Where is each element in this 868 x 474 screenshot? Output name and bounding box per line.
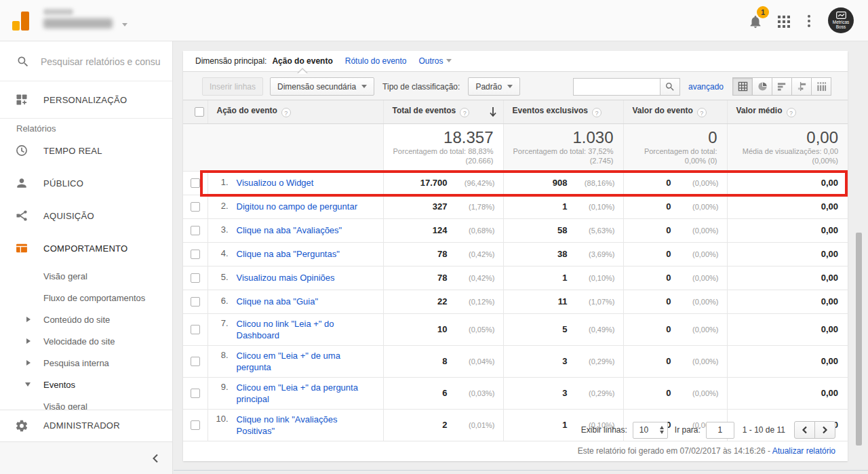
table-row[interactable]: 8. Clicou em "Leia +" de uma pergunta 8(… [183,345,848,377]
sidebar-search-input[interactable] [41,54,163,70]
personalization-icon [15,93,28,106]
goto-page-input[interactable] [706,422,734,439]
next-page-button[interactable] [814,421,835,439]
table-row[interactable]: 2. Digitou no campo de perguntar 327(1,7… [183,195,848,218]
sidebar-item-acquisition[interactable]: AQUISIÇÃO [0,199,172,232]
tab-others[interactable]: Outros [418,56,451,66]
help-icon[interactable]: ? [460,108,469,117]
avatar[interactable]: Metricas Boss [828,7,854,33]
event-action-link[interactable]: Clique na aba "Avaliações" [237,224,342,236]
rows-per-page-select[interactable]: 10 [633,422,668,439]
sidebar-item-realtime[interactable]: TEMPO REAL [0,134,172,167]
column-header-event-value[interactable]: Valor do evento? [623,100,727,123]
table-row[interactable]: 1. Visualizou o Widget 17.700(96,42%) 90… [183,171,848,195]
event-value-pct: (0,00%) [671,357,719,366]
event-action-link[interactable]: Digitou no campo de perguntar [237,201,358,212]
sidebar-subitem-events[interactable]: Eventos [0,374,172,395]
total-events-value: 22 [388,296,448,307]
event-action-link[interactable]: Clicou em "Leia +" da pergunta principal [237,382,378,405]
table-row[interactable]: 3. Clique na aba "Avaliações" 124(0,68%)… [183,218,848,242]
view-percentage-button[interactable] [752,77,772,96]
sidebar-item-label: TEMPO REAL [43,146,102,156]
column-header-total-events[interactable]: Total de eventos? [383,100,503,123]
notification-badge[interactable]: 1 [757,6,769,18]
sidebar-item-audience[interactable]: PÚBLICO [0,167,172,199]
comparison-icon [797,81,807,92]
row-checkbox[interactable] [191,389,200,398]
row-checkbox[interactable] [191,226,200,235]
sidebar-subitem-behavior-flow[interactable]: Fluxo de comportamentos [0,287,172,309]
table-search-button[interactable] [660,78,680,96]
summary-row: 18.357 Porcentagem do total: 88,83% (20.… [183,123,848,171]
select-all-checkbox[interactable] [195,107,204,117]
help-icon[interactable]: ? [697,108,707,117]
event-action-link[interactable]: Clique no link "Avaliações Positivas" [237,414,378,437]
chevron-left-icon [152,454,159,463]
row-index: 5. [208,272,229,282]
table-row[interactable]: 5. Visualizou mais Opiniões 78(0,42%) 1(… [183,266,848,290]
view-comparison-button[interactable] [791,77,812,96]
row-checkbox[interactable] [191,420,200,430]
row-checkbox[interactable] [191,357,200,366]
row-checkbox[interactable] [191,297,200,307]
row-checkbox[interactable] [191,178,200,188]
row-index: 9. [208,382,229,392]
property-name-blurred[interactable] [43,18,113,28]
event-action-link[interactable]: Visualizou mais Opiniões [237,272,335,283]
row-checkbox[interactable] [191,325,200,334]
google-apps-icon[interactable] [778,16,790,31]
event-action-link[interactable]: Visualizou o Widget [237,177,314,189]
more-options-kebab-icon[interactable] [807,14,811,31]
help-icon[interactable]: ? [787,108,796,117]
row-checkbox[interactable] [191,202,200,212]
event-action-link[interactable]: Clique na aba "Guia" [237,296,319,307]
acquisition-icon [15,209,28,222]
table-row[interactable]: 6. Clique na aba "Guia" 22(0,12%) 11(1,0… [183,290,848,313]
pivot-icon [816,81,827,92]
total-events-pct: (0,04%) [448,357,495,366]
account-caret-icon[interactable] [122,23,127,29]
sidebar-item-personalization[interactable]: PERSONALIZAÇÃO [0,81,172,119]
avg-value: 0,00 [727,290,848,313]
tab-event-action[interactable]: Ação do evento [272,56,332,66]
event-action-link[interactable]: Clique na aba "Perguntas" [237,248,340,260]
unique-events-pct: (88,16%) [568,179,615,187]
help-icon[interactable]: ? [281,108,291,117]
tab-event-label[interactable]: Rótulo do evento [345,56,407,66]
insert-rows-button[interactable]: Inserir linhas [202,77,263,96]
event-action-link[interactable]: Clicou em "Leia +" de uma pergunta [237,350,378,373]
sidebar-subitem-overview[interactable]: Visão geral [0,265,172,287]
event-value: 0 [628,178,671,188]
table-row[interactable]: 9. Clicou em "Leia +" da pergunta princi… [183,377,848,409]
advanced-link[interactable]: avançado [688,82,724,92]
table-row[interactable]: 7. Clicou no link "Leia +" do Dashboard … [183,313,848,345]
row-checkbox[interactable] [191,250,200,259]
help-icon[interactable]: ? [592,108,601,117]
table-search-input[interactable] [573,78,660,96]
sidebar-subitem-events-overview[interactable]: Visão geral [0,395,172,410]
sidebar-item-behavior[interactable]: COMPORTAMENTO [0,232,172,264]
table-row[interactable]: 4. Clique na aba "Perguntas" 78(0,42%) 3… [183,242,848,266]
sidebar-collapse-button[interactable] [0,441,172,474]
sort-type-button[interactable]: Padrão [468,77,520,96]
secondary-dimension-button[interactable]: Dimensão secundária [270,77,374,96]
search-icon [665,81,675,92]
total-events-value: 6 [388,388,448,398]
sidebar-subitem-site-search[interactable]: Pesquisa interna [0,352,172,374]
view-pivot-button[interactable] [811,77,831,96]
sidebar-item-admin[interactable]: ADMINISTRADOR [0,410,172,441]
previous-page-button[interactable] [794,421,815,439]
column-header-event-action[interactable]: Ação do evento? [208,100,383,123]
view-table-button[interactable] [732,77,753,96]
sidebar-subitem-site-content[interactable]: Conteúdo do site [0,309,172,330]
view-performance-button[interactable] [772,77,792,96]
vertical-scrollbar[interactable] [856,233,862,446]
column-header-unique-events[interactable]: Eventos exclusivos? [503,100,623,123]
analytics-logo-icon[interactable] [12,11,31,31]
sidebar-subitem-site-speed[interactable]: Velocidade do site [0,330,172,352]
column-header-avg-value[interactable]: Valor médio? [727,100,848,123]
row-checkbox[interactable] [191,273,200,283]
refresh-report-link[interactable]: Atualizar relatório [772,446,835,456]
event-value: 0 [628,225,671,235]
event-action-link[interactable]: Clicou no link "Leia +" do Dashboard [237,318,378,341]
